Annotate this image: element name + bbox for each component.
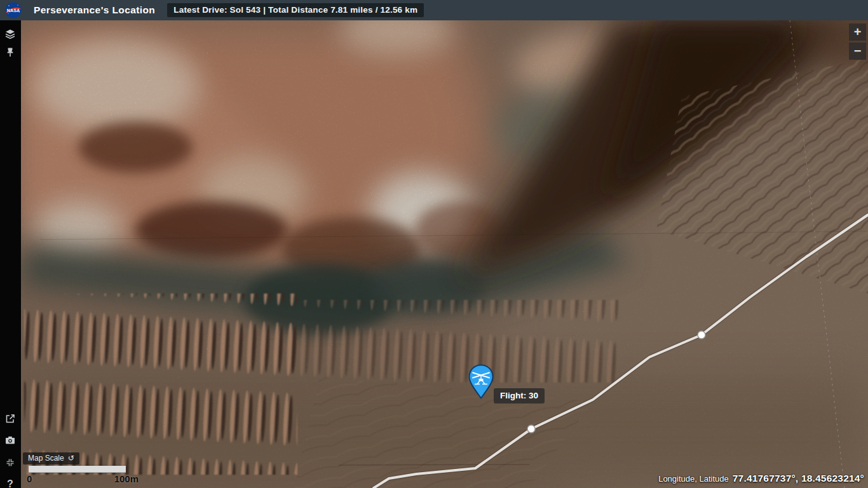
coordinates-value: 77.41767737°, 18.45623214° bbox=[733, 473, 864, 484]
mars-surface-imagery bbox=[21, 20, 868, 488]
coordinates-label: Longitude, Latitude bbox=[658, 474, 729, 484]
nasa-logo-icon[interactable]: NASA bbox=[5, 2, 22, 18]
page-title: Perseverance's Location bbox=[34, 4, 155, 16]
map-scale-control: Map Scale ↺ 0 100m bbox=[23, 452, 139, 484]
zoom-out-button[interactable]: − bbox=[849, 43, 866, 60]
map-scale-toggle[interactable]: Map Scale ↺ bbox=[23, 452, 79, 464]
scale-start-label: 0 bbox=[27, 473, 32, 484]
scale-end-label: 100m bbox=[114, 473, 139, 484]
reset-scale-icon: ↺ bbox=[68, 454, 74, 463]
top-bar: NASA Perseverance's Location Latest Driv… bbox=[0, 0, 868, 20]
marker-tooltip: Flight: 30 bbox=[494, 388, 545, 403]
camera-icon[interactable] bbox=[4, 435, 16, 446]
zoom-in-button[interactable]: + bbox=[849, 24, 866, 41]
pin-shape bbox=[470, 365, 493, 398]
help-icon[interactable]: ? bbox=[4, 478, 16, 488]
recenter-icon[interactable] bbox=[4, 457, 16, 468]
latest-drive-badge: Latest Drive: Sol 543 | Total Distance 7… bbox=[167, 3, 424, 17]
map-scale-label: Map Scale bbox=[28, 454, 64, 463]
coordinates-readout: Longitude, Latitude77.41767737°, 18.4562… bbox=[658, 473, 864, 484]
layers-icon[interactable] bbox=[4, 29, 16, 40]
tool-sidebar: ? bbox=[0, 20, 21, 488]
svg-text:NASA: NASA bbox=[7, 8, 20, 13]
pin-icon[interactable] bbox=[4, 46, 16, 58]
zoom-controls: + − bbox=[849, 24, 866, 60]
external-link-icon[interactable] bbox=[4, 413, 16, 424]
scale-bar bbox=[29, 466, 126, 473]
map-canvas[interactable]: + − Flight: 30 Map Scale ↺ 0 bbox=[21, 20, 868, 488]
helicopter-marker[interactable]: Flight: 30 bbox=[468, 364, 494, 400]
